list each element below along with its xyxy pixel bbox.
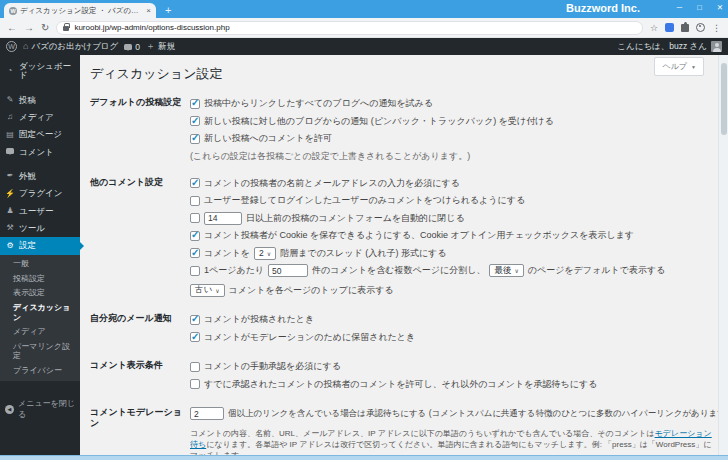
page-scrollbar[interactable]	[718, 55, 728, 455]
browser-tab[interactable]: W ディスカッション設定 ・ バズのお出かけ ×	[4, 3, 156, 18]
desc-text: になります。各単語や IP アドレスは改行で区切ってください。単語内に含まれる語…	[190, 440, 711, 456]
manual-approval-checkbox[interactable]	[190, 362, 200, 372]
checkbox-label[interactable]: コメントが投稿されたとき	[204, 313, 314, 326]
minimize-button[interactable]: ─	[677, 3, 682, 12]
url-text[interactable]: kuroobi.jp/wp-admin/options-discussion.p…	[74, 23, 229, 32]
posts-icon: ✎	[5, 96, 15, 105]
auto-close-comments-checkbox[interactable]	[190, 213, 200, 223]
comments-per-page-input[interactable]	[268, 264, 308, 277]
window-title: Buzzword Inc.	[566, 2, 640, 14]
previously-approved-checkbox[interactable]	[190, 379, 200, 389]
setting-row: 古い ∨ コメントを各ページのトップに表示する	[190, 282, 710, 300]
wp-admin-bar: W ⌂ バズのお出かけブログ 0 ＋ 新規 こんにちは、buzz さん	[0, 38, 728, 55]
adminbar-new-link[interactable]: ＋ 新規	[146, 41, 175, 53]
settings-icon: ⚙	[5, 242, 15, 251]
section-rows: 個以上のリンクを含んでいる場合は承認待ちにする (コメントスパムに共通する特徴の…	[190, 405, 718, 455]
close-button[interactable]: ✕	[717, 3, 723, 12]
sidebar-item-media[interactable]: ♫ メディア	[0, 109, 80, 126]
address-bar[interactable]: kuroobi.jp/wp-admin/options-discussion.p…	[56, 21, 643, 35]
checkbox-label[interactable]: 新しい投稿へのコメントを許可	[204, 132, 332, 145]
default-page-select[interactable]: 最後 ∨	[489, 264, 523, 277]
window-controls: ─ □ ✕	[677, 3, 723, 12]
submenu-item-discussion[interactable]: ディスカッション	[0, 301, 80, 325]
section-rows: 投稿中からリンクしたすべてのブログへの通知を試みる 新しい投稿に対し他のブログか…	[190, 95, 710, 163]
sidebar-item-comments[interactable]: コメント	[0, 144, 80, 161]
profile-icon[interactable]	[696, 23, 705, 32]
help-button[interactable]: ヘルプ ▼	[654, 57, 704, 76]
sidebar-item-settings[interactable]: ⚙ 設定	[0, 237, 80, 254]
select-value: 最後	[494, 265, 511, 277]
threaded-comments-checkbox[interactable]	[190, 248, 200, 258]
sidebar-item-appearance[interactable]: ✒ 外観	[0, 168, 80, 185]
maximize-button[interactable]: □	[697, 3, 702, 12]
submenu-item-general[interactable]: 一般	[0, 257, 80, 272]
checkbox-label[interactable]: ユーザー登録してログインしたユーザーのみコメントをつけられるようにする	[204, 194, 525, 207]
pages-icon: ▤	[5, 131, 15, 140]
sidebar-item-dashboard[interactable]: ◔ ダッシュボード	[0, 58, 80, 85]
refresh-icon[interactable]: ↻	[41, 23, 49, 33]
checkbox-label[interactable]: 日以上前の投稿のコメントフォームを自動的に閉じる	[246, 212, 465, 225]
new-tab-button[interactable]: +	[165, 5, 171, 18]
extensions-puzzle-icon[interactable]	[681, 24, 689, 32]
checkbox-label[interactable]: コメントの投稿者の名前とメールアドレスの入力を必須にする	[204, 177, 460, 190]
allow-comments-checkbox[interactable]	[190, 134, 200, 144]
wordpress-logo-icon[interactable]: W	[6, 41, 17, 52]
adminbar-account[interactable]: こんにちは、buzz さん	[617, 41, 722, 53]
sidebar-item-users[interactable]: ♟ ユーザー	[0, 203, 80, 220]
tab-title: ディスカッション設定 ・ バズのお出かけ	[20, 6, 143, 16]
setting-row: コメントがモデレーションのために保留されたとき	[190, 329, 710, 347]
checkbox-label[interactable]: 新しい投稿に対し他のブログからの通知 (ピンバック・トラックバック) を受け付け…	[204, 115, 554, 128]
adminbar-site-link[interactable]: ⌂ バズのお出かけブログ	[23, 41, 118, 53]
submenu-item-permalinks[interactable]: パーマリンク設定	[0, 339, 80, 363]
checkbox-label[interactable]: コメントがモデレーションのために保留されたとき	[204, 331, 415, 344]
notify-linked-blogs-checkbox[interactable]	[190, 99, 200, 109]
email-on-comment-checkbox[interactable]	[190, 315, 200, 325]
tab-close-icon[interactable]: ×	[146, 6, 151, 15]
section-label: コメント表示条件	[90, 358, 190, 393]
bookmark-star-icon[interactable]: ☆	[650, 23, 658, 33]
checkbox-label[interactable]: 投稿中からリンクしたすべてのブログへの通知を試みる	[204, 97, 433, 110]
forward-icon[interactable]: →	[24, 23, 34, 33]
allow-pingbacks-checkbox[interactable]	[190, 116, 200, 126]
submenu-item-privacy[interactable]: プライバシー	[0, 364, 80, 379]
back-icon[interactable]: ←	[7, 23, 17, 33]
submenu-item-reading[interactable]: 表示設定	[0, 286, 80, 301]
sidebar-item-tools[interactable]: ⚒ ツール	[0, 220, 80, 237]
close-comments-days-input[interactable]	[204, 212, 242, 225]
select-value: 2	[259, 248, 264, 258]
submenu-item-writing[interactable]: 投稿設定	[0, 271, 80, 286]
email-on-moderation-checkbox[interactable]	[190, 332, 200, 342]
chevron-down-icon: ∨	[514, 267, 518, 274]
page-title: ディスカッション設定	[90, 65, 710, 83]
registered-users-only-checkbox[interactable]	[190, 196, 200, 206]
collapse-menu-button[interactable]: ◀ メニューを閉じる	[0, 394, 80, 424]
checkbox-label[interactable]: コメントの手動承認を必須にする	[204, 360, 341, 373]
wordpress-favicon-icon: W	[9, 7, 17, 15]
max-links-input[interactable]	[190, 407, 224, 420]
cookie-optin-checkbox[interactable]	[190, 231, 200, 241]
home-icon: ⌂	[23, 42, 28, 51]
browser-menu-icon[interactable]: ⋮	[712, 23, 721, 33]
sidebar-item-plugins[interactable]: ⚡ プラグイン	[0, 185, 80, 202]
checkbox-label[interactable]: すでに承認されたコメントの投稿者のコメントを許可し、それ以外のコメントを承認待ち…	[204, 378, 597, 391]
comment-bubble-icon	[6, 148, 14, 154]
require-name-email-checkbox[interactable]	[190, 178, 200, 188]
section-rows: コメントが投稿されたとき コメントがモデレーションのために保留されたとき	[190, 311, 710, 346]
setting-row: すでに承認されたコメントの投稿者のコメントを許可し、それ以外のコメントを承認待ち…	[190, 376, 710, 394]
adminbar-comments-link[interactable]: 0	[124, 42, 140, 52]
thread-depth-select[interactable]: 2 ∨	[254, 247, 276, 260]
scrollbar-thumb[interactable]	[721, 63, 727, 135]
setting-row: 日以上前の投稿のコメントフォームを自動的に閉じる	[190, 210, 710, 228]
desc-text: コメントの内容、名前、URL、メールアドレス、IP アドレスに以下の単語のうちい…	[190, 429, 655, 438]
browser-window: W ディスカッション設定 ・ バズのお出かけ × + Buzzword Inc.…	[0, 0, 728, 460]
comment-order-select[interactable]: 古い ∨	[190, 284, 225, 297]
submenu-item-media[interactable]: メディア	[0, 325, 80, 340]
section-label: 他のコメント設定	[90, 175, 190, 300]
sidebar-item-posts[interactable]: ✎ 投稿	[0, 92, 80, 109]
setting-row: コメント投稿者が Cookie を保存できるようにする、Cookie オプトイン…	[190, 227, 710, 245]
checkbox-label[interactable]: コメント投稿者が Cookie を保存できるようにする、Cookie オプトイン…	[204, 229, 634, 242]
extension-icon[interactable]	[665, 23, 674, 32]
users-icon: ♟	[5, 207, 15, 216]
sidebar-item-pages[interactable]: ▤ 固定ページ	[0, 126, 80, 143]
paginate-comments-checkbox[interactable]	[190, 266, 200, 276]
